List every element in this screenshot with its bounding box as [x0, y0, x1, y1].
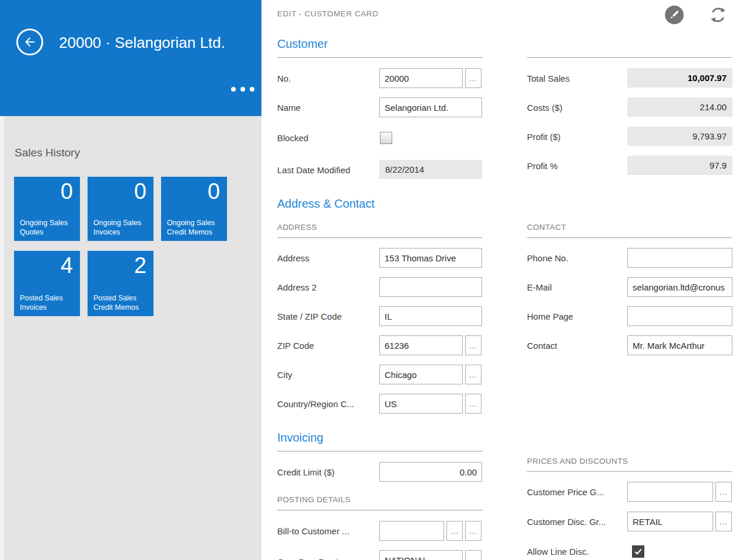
no-input[interactable]: 20000 — [379, 68, 463, 88]
billto-lookup-button[interactable]: ... — [446, 521, 463, 541]
credit-limit-input[interactable]: 0.00 — [379, 462, 482, 482]
blocked-field-label: Blocked — [277, 128, 308, 148]
billto-input[interactable] — [379, 521, 444, 541]
back-arrow-icon — [23, 35, 37, 49]
refresh-button[interactable] — [709, 6, 727, 24]
allow-line-disc-label: Allow Line Disc. — [527, 541, 589, 560]
address-group-heading: ADDRESS — [277, 223, 317, 232]
name-input[interactable]: Selangorian Ltd. — [379, 97, 482, 117]
price-group-field-label: Customer Price G... — [527, 482, 604, 502]
divider — [277, 237, 483, 238]
billto-field-label: Bill-to Customer ... — [277, 521, 349, 541]
genbus-input[interactable]: NATIONAL — [379, 550, 463, 560]
tile-label: Ongoing Sales Quotes — [20, 218, 77, 237]
tile-ongoing-sales-credit-memos[interactable]: 0 Ongoing Sales Credit Memos — [161, 177, 227, 241]
tile-ongoing-sales-invoices[interactable]: 0 Ongoing Sales Invoices — [88, 177, 153, 241]
tile-count: 0 — [208, 179, 220, 204]
genbus-lookup-button[interactable]: ... — [465, 550, 481, 560]
tile-ongoing-sales-quotes[interactable]: 0 Ongoing Sales Quotes — [14, 177, 80, 241]
credit-limit-label: Credit Limit ($) — [277, 462, 334, 482]
address-input[interactable]: 153 Thomas Drive — [379, 248, 482, 268]
contact-group-heading: CONTACT — [527, 223, 566, 232]
email-input[interactable]: selangorian.ltd@cronus — [627, 277, 732, 297]
profit-value: 9,793.97 — [627, 127, 732, 146]
prices-discounts-heading: PRICES AND DISCOUNTS — [527, 457, 628, 466]
dot-icon — [231, 87, 236, 92]
pencil-icon — [665, 5, 684, 24]
tile-label: Ongoing Sales Invoices — [93, 218, 151, 237]
city-field-label: City — [277, 365, 292, 384]
record-title: 20000 · Selangorian Ltd. — [59, 34, 225, 52]
dot-icon — [240, 87, 245, 92]
zip-input[interactable]: 61236 — [379, 335, 463, 355]
tile-posted-sales-invoices[interactable]: 4 Posted Sales Invoices — [14, 251, 80, 316]
blocked-checkbox[interactable] — [380, 132, 392, 144]
state-zip-field-label: State / ZIP Code — [277, 306, 342, 326]
address-contact-heading: Address & Contact — [277, 197, 375, 211]
disc-group-input[interactable]: RETAIL — [627, 512, 713, 531]
last-date-modified-value: 8/22/2014 — [379, 160, 482, 179]
dot-icon — [250, 87, 254, 92]
country-field-label: Country/Region C... — [277, 394, 354, 414]
contact-input[interactable]: Mr. Mark McArthur — [627, 335, 732, 355]
disc-group-field-label: Customer Disc. Gr... — [527, 512, 606, 531]
city-lookup-button[interactable]: ... — [465, 365, 481, 384]
profit-label: Profit ($) — [527, 127, 561, 146]
divider — [277, 451, 483, 452]
country-input[interactable]: US — [379, 394, 463, 414]
more-options-button[interactable] — [231, 87, 254, 92]
tile-count: 2 — [134, 253, 146, 278]
divider — [277, 57, 483, 58]
email-field-label: E-Mail — [527, 277, 552, 297]
divider — [527, 237, 732, 238]
address-field-label: Address — [277, 248, 309, 268]
divider — [527, 57, 732, 58]
profit-pct-value: 97.9 — [627, 156, 732, 175]
tile-label: Posted Sales Invoices — [20, 293, 77, 312]
city-input[interactable]: Chicago — [379, 365, 463, 384]
tile-count: 4 — [61, 253, 73, 278]
last-date-modified-label: Last Date Modified — [277, 160, 350, 180]
tile-count: 0 — [134, 179, 146, 204]
genbus-field-label: Gen. Bus. Posting... — [277, 552, 355, 560]
edit-button[interactable] — [665, 5, 684, 24]
refresh-icon — [709, 6, 727, 24]
invoicing-heading: Invoicing — [277, 431, 323, 444]
billto-drilldown-button[interactable]: ... — [465, 521, 481, 541]
state-input[interactable]: IL — [379, 306, 482, 326]
price-group-input[interactable] — [627, 482, 713, 502]
no-field-label: No. — [277, 68, 291, 88]
allow-line-disc-checkbox[interactable] — [632, 545, 644, 558]
divider — [527, 471, 732, 472]
zip-lookup-button[interactable]: ... — [465, 335, 481, 355]
total-sales-label: Total Sales — [527, 68, 570, 88]
scroll-track — [0, 116, 4, 560]
name-field-label: Name — [277, 97, 301, 117]
page-title: EDIT - CUSTOMER CARD — [277, 9, 379, 18]
address2-field-label: Address 2 — [277, 277, 317, 297]
tile-label: Posted Sales Credit Memos — [93, 293, 151, 312]
contact-field-label: Contact — [527, 335, 557, 355]
homepage-field-label: Home Page — [527, 306, 573, 326]
zip-field-label: ZIP Code — [277, 335, 314, 355]
no-lookup-button[interactable]: ... — [465, 68, 481, 88]
country-lookup-button[interactable]: ... — [465, 394, 481, 414]
record-header — [0, 0, 261, 116]
total-sales-value: 10,007.97 — [627, 68, 732, 88]
tile-count: 0 — [61, 179, 73, 204]
costs-value: 214.00 — [627, 97, 732, 117]
costs-label: Costs ($) — [527, 97, 563, 117]
phone-field-label: Phone No. — [527, 248, 568, 268]
address2-input[interactable] — [379, 277, 482, 297]
homepage-input[interactable] — [627, 306, 732, 326]
posting-details-heading: POSTING DETAILS — [277, 495, 351, 504]
profit-pct-label: Profit % — [527, 156, 558, 176]
customer-section-heading: Customer — [277, 37, 328, 51]
price-group-lookup-button[interactable]: ... — [715, 482, 732, 502]
phone-input[interactable] — [627, 248, 732, 268]
back-button[interactable] — [16, 29, 43, 55]
disc-group-lookup-button[interactable]: ... — [715, 512, 732, 531]
checkmark-icon — [633, 547, 643, 556]
tile-posted-sales-credit-memos[interactable]: 2 Posted Sales Credit Memos — [88, 251, 153, 316]
sales-history-heading: Sales History — [15, 146, 80, 159]
